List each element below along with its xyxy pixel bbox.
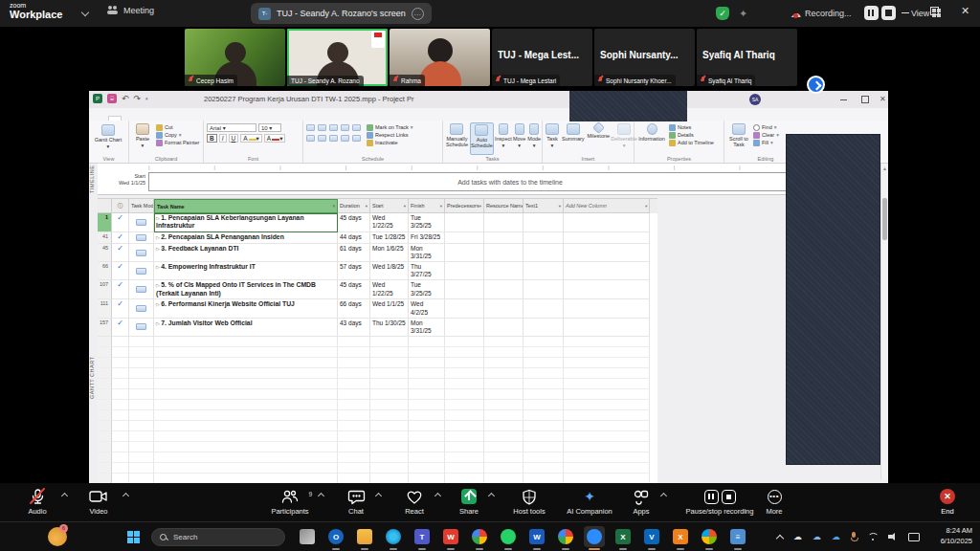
resource-names-cell[interactable] bbox=[484, 244, 523, 262]
finish-cell[interactable]: Thu 3/27/25 bbox=[409, 262, 445, 280]
pause-stop-recording-button[interactable]: Pause/stop recording bbox=[670, 488, 769, 516]
resource-names-cell[interactable] bbox=[484, 299, 523, 318]
save-icon[interactable]: ⌸ bbox=[107, 94, 117, 103]
start-cell[interactable]: Mon 1/6/25 bbox=[370, 244, 409, 262]
taskbar-icon-word[interactable]: W bbox=[526, 526, 547, 547]
taskbar-icon-teams[interactable]: T bbox=[412, 526, 433, 547]
task-mode-cell[interactable] bbox=[129, 319, 154, 337]
text1-cell[interactable] bbox=[523, 299, 564, 318]
ai-companion-button[interactable]: ✦ AI Companion bbox=[555, 488, 624, 516]
project-restore-button[interactable] bbox=[861, 96, 869, 103]
empty-row[interactable] bbox=[98, 431, 657, 442]
fill-button[interactable]: Fill ▾ bbox=[753, 140, 779, 146]
mode-button[interactable]: Mode▾ bbox=[527, 122, 541, 155]
row-number[interactable]: 1 bbox=[98, 213, 112, 232]
share-caret[interactable] bbox=[488, 493, 495, 499]
close-button[interactable]: ✕ bbox=[961, 6, 969, 15]
empty-row[interactable] bbox=[98, 442, 657, 452]
task-mode-cell[interactable] bbox=[129, 280, 154, 299]
information-button[interactable]: Information bbox=[637, 122, 666, 155]
add-new-column-cell[interactable] bbox=[564, 232, 650, 244]
task-name-header[interactable]: Task Name bbox=[154, 199, 338, 213]
task-name-cell[interactable]: 7. Jumlah Visitor Web Official bbox=[154, 319, 338, 337]
finish-cell[interactable]: Mon 3/31/25 bbox=[409, 319, 445, 337]
resource-names-cell[interactable] bbox=[484, 319, 523, 337]
security-shield-icon[interactable]: ✓ bbox=[716, 7, 729, 20]
mark-on-track-button[interactable]: Mark on Track ▾ bbox=[367, 124, 413, 131]
resource-names-cell[interactable] bbox=[484, 232, 523, 244]
text1-cell[interactable] bbox=[523, 213, 564, 232]
taskbar-icon-wps[interactable]: W bbox=[440, 526, 461, 547]
bold-button[interactable]: B bbox=[207, 134, 217, 143]
duration-cell[interactable]: 57 days bbox=[338, 262, 370, 280]
task-name-cell[interactable]: 3. Feedback Layanan DTI bbox=[154, 244, 338, 262]
find-button[interactable]: Find ▾ bbox=[753, 124, 779, 131]
taskbar-icon-whatsapp[interactable] bbox=[498, 526, 519, 547]
end-button[interactable]: ✕ End bbox=[930, 488, 965, 516]
add-new-column-cell[interactable] bbox=[564, 299, 650, 318]
participant-tile-sophi-nursanty-khoer-[interactable]: Sophi Nursanty... Sophi Nursanty Khoer..… bbox=[594, 29, 695, 86]
participants-button[interactable]: 9 Participants bbox=[260, 488, 320, 516]
search-input[interactable]: Search bbox=[151, 528, 285, 546]
empty-row[interactable] bbox=[98, 421, 657, 431]
background-color-button[interactable]: A▾ bbox=[240, 134, 262, 143]
empty-row[interactable] bbox=[98, 474, 657, 483]
table-row[interactable]: 111 ✓ 6. Performansi Kinerja Website Off… bbox=[98, 299, 657, 318]
empty-row[interactable] bbox=[98, 379, 657, 389]
start-cell[interactable]: Thu 1/30/25 bbox=[370, 319, 409, 337]
inspect-button[interactable]: Inspect▾ bbox=[496, 122, 511, 155]
predecessors-cell[interactable] bbox=[445, 213, 484, 232]
predecessors-cell[interactable] bbox=[445, 280, 484, 299]
text1-cell[interactable] bbox=[523, 244, 564, 262]
task-name-cell[interactable]: 5. % of CIs Mapped Onto IT Services in T… bbox=[154, 280, 338, 299]
empty-row[interactable] bbox=[98, 337, 657, 347]
task-name-cell[interactable]: 6. Performansi Kinerja Website Official … bbox=[154, 299, 338, 318]
table-row[interactable]: 45 ✓ 3. Feedback Layanan DTI 61 days Mon… bbox=[98, 244, 657, 262]
start-cell[interactable]: Wed 1/1/25 bbox=[370, 299, 409, 318]
predecessors-cell[interactable] bbox=[445, 299, 484, 318]
ellipsis-icon[interactable]: … bbox=[412, 8, 424, 20]
schedule-percent-buttons[interactable] bbox=[306, 124, 363, 155]
finish-header[interactable]: Finish bbox=[409, 199, 445, 213]
vertical-scrollbar[interactable]: ▲ bbox=[880, 164, 888, 479]
info-column-header[interactable]: ⓘ bbox=[112, 199, 129, 213]
resource-names-header[interactable]: Resource Names bbox=[484, 199, 523, 213]
view-menu[interactable]: View bbox=[911, 9, 929, 18]
task-name-cell[interactable]: 1. Pencapaian SLA Keberlangsungan Layana… bbox=[154, 213, 338, 232]
clear-button[interactable]: Clear ▾ bbox=[753, 132, 779, 139]
row-number[interactable]: 41 bbox=[98, 232, 112, 244]
tray-mic-icon[interactable] bbox=[851, 532, 857, 541]
taskbar-icon-file-explorer[interactable] bbox=[354, 526, 375, 547]
predecessors-cell[interactable] bbox=[445, 319, 484, 337]
duration-cell[interactable]: 45 days bbox=[338, 280, 370, 299]
wifi-icon[interactable] bbox=[867, 533, 878, 541]
shared-screen-pill[interactable]: T- TUJ - Seandy A. Rozano's screen … bbox=[251, 3, 432, 24]
task-mode-cell[interactable] bbox=[129, 299, 154, 318]
cloud-sync-icon[interactable]: ☁ bbox=[813, 530, 821, 543]
finish-cell[interactable]: Mon 3/31/25 bbox=[409, 244, 445, 262]
redo-icon[interactable]: ↷ bbox=[134, 95, 142, 103]
quick-access-toolbar[interactable]: P ⌸ ↶ ↷ ▾ bbox=[93, 94, 148, 103]
add-to-timeline-button[interactable]: Add to Timeline bbox=[669, 140, 714, 146]
empty-row[interactable] bbox=[98, 347, 657, 358]
taskbar-icon-copilot[interactable] bbox=[699, 526, 720, 547]
resource-names-cell[interactable] bbox=[484, 280, 523, 299]
taskbar-icon-edge[interactable] bbox=[383, 526, 404, 547]
empty-row[interactable] bbox=[98, 452, 657, 463]
finish-cell[interactable]: Tue 3/25/25 bbox=[409, 213, 445, 232]
finish-cell[interactable]: Tue 3/25/25 bbox=[409, 280, 445, 299]
inactivate-button[interactable]: Inactivate bbox=[367, 140, 413, 146]
duration-cell[interactable]: 66 days bbox=[338, 299, 370, 318]
cloud-storage-icon[interactable]: ☁ bbox=[832, 530, 840, 543]
qat-customize-icon[interactable]: ▾ bbox=[145, 96, 148, 101]
row-number[interactable]: 157 bbox=[98, 319, 112, 337]
onedrive-cloud-icon[interactable]: ☁ bbox=[793, 530, 802, 543]
chat-button[interactable]: Chat bbox=[337, 488, 375, 516]
react-button[interactable]: React bbox=[394, 488, 434, 516]
taskbar-icon-xampp[interactable]: X bbox=[670, 526, 691, 547]
taskbar-icon-zoom[interactable] bbox=[584, 526, 605, 547]
video-button[interactable]: Video bbox=[77, 488, 121, 516]
participant-tile-syafiq-al-thariq[interactable]: Syafiq Al Thariq Syafiq Al Thariq bbox=[697, 29, 797, 86]
empty-row[interactable] bbox=[98, 368, 657, 379]
copy-button[interactable]: Copy ▾ bbox=[156, 132, 199, 139]
